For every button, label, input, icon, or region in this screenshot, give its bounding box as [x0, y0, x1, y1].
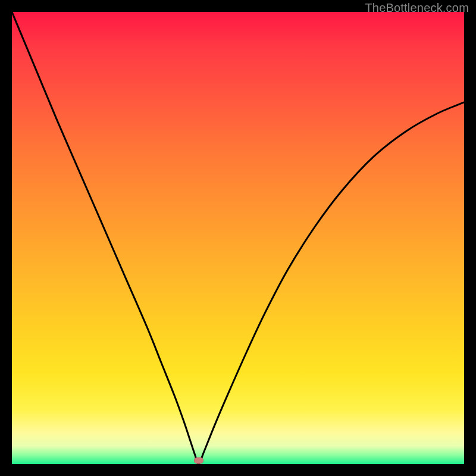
- bottleneck-curve: [12, 12, 464, 464]
- chart-frame: TheBottleneck.com: [0, 0, 476, 476]
- watermark-text: TheBottleneck.com: [365, 1, 469, 15]
- optimum-marker: [194, 457, 203, 464]
